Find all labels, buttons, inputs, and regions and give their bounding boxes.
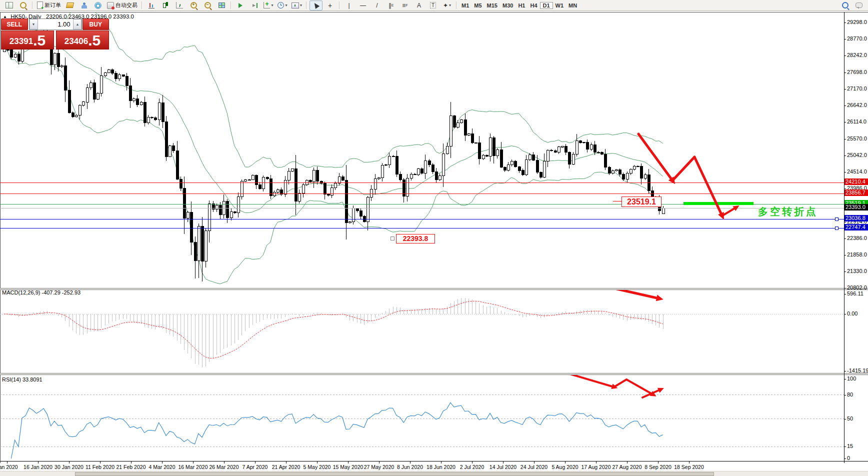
trend-arrow[interactable] — [570, 375, 614, 387]
timeframe-w1[interactable]: W1 — [553, 2, 566, 8]
buy-button[interactable]: BUY — [82, 18, 110, 30]
axis-tick — [844, 172, 846, 172]
candle-body — [194, 242, 196, 260]
date-axis-tick — [627, 462, 628, 464]
timeframe-m5[interactable]: M5 — [472, 2, 484, 8]
buy-price-display[interactable]: 23406 .5 — [56, 30, 109, 50]
axis-tick — [844, 122, 846, 122]
rsi-panel[interactable] — [0, 375, 844, 461]
chat-button[interactable] — [852, 0, 866, 10]
timeframe-m30[interactable]: M30 — [500, 2, 516, 8]
candle-body — [414, 174, 416, 174]
candle-body — [582, 142, 585, 143]
templates-icon — [292, 2, 299, 8]
candle-body — [456, 122, 459, 128]
experts-button[interactable] — [78, 0, 90, 10]
chart-shift-button[interactable] — [248, 0, 261, 10]
timeframe-mn[interactable]: MN — [566, 2, 580, 8]
candle-body — [604, 154, 606, 168]
trendline-tool[interactable]: / — [370, 0, 384, 10]
vertical-line-tool[interactable]: | — [342, 0, 356, 10]
metaeditor-button[interactable] — [64, 0, 76, 10]
bar-chart-button[interactable] — [145, 0, 158, 10]
turning-point-text[interactable]: 多空转折点 — [758, 205, 818, 218]
periods-button[interactable]: ▾ — [276, 0, 289, 10]
horizontal-scrollbar[interactable] — [0, 471, 868, 476]
line-chart-button[interactable] — [173, 0, 186, 10]
line-handle[interactable] — [835, 218, 838, 220]
candlestick-button[interactable] — [159, 0, 172, 10]
auto-trading-button[interactable]: 自动交易 — [106, 0, 139, 10]
auto-trading-label: 自动交易 — [116, 2, 138, 9]
support-zone-line[interactable] — [684, 202, 754, 205]
candle-body — [514, 162, 516, 167]
candle-body — [240, 181, 243, 197]
chart-profile-button[interactable] — [16, 0, 30, 10]
macd-panel[interactable] — [0, 290, 844, 373]
sell-price-main: 23391 — [10, 35, 33, 48]
trend-arrow[interactable] — [626, 380, 653, 394]
low-price-label[interactable]: 22393.8 — [396, 234, 435, 244]
fibonacci-tool[interactable]: ≡F — [398, 0, 412, 10]
zoom-in-button[interactable]: + — [187, 0, 200, 10]
candle-body — [410, 174, 412, 178]
horizontal-line-tool[interactable]: — — [356, 0, 370, 10]
candle-body — [172, 146, 174, 150]
timeframe-h1[interactable]: H1 — [516, 2, 528, 8]
timeframe-m1[interactable]: M1 — [459, 2, 472, 8]
candle-body — [320, 182, 322, 184]
candle-body — [554, 150, 556, 152]
candle-body — [291, 169, 294, 171]
timeframe-d1[interactable]: D1 — [540, 2, 553, 9]
indicators-button[interactable]: ▾ — [262, 0, 275, 10]
arrows-tool[interactable]: ✦▾ — [440, 0, 454, 10]
candle-body — [198, 226, 200, 261]
trend-arrow[interactable] — [582, 290, 659, 298]
sell-price-display[interactable]: 23391 .5 — [1, 30, 54, 50]
text-label-tool[interactable]: T — [426, 0, 440, 10]
date-axis-tick — [472, 462, 472, 464]
line-handle[interactable] — [835, 226, 838, 230]
auto-scroll-button[interactable] — [234, 0, 247, 10]
candle-body — [208, 204, 210, 231]
candle-body — [438, 176, 441, 180]
candle-body — [474, 143, 477, 144]
level-price-label[interactable]: 23519.1 — [622, 196, 662, 207]
search-button[interactable] — [838, 0, 852, 10]
candle-body — [136, 98, 138, 104]
candle-body — [543, 162, 546, 178]
label-handle[interactable] — [390, 236, 394, 240]
volume-up-button[interactable]: ▲ — [73, 19, 82, 30]
cursor-tool[interactable] — [310, 0, 322, 10]
candle-body — [342, 176, 344, 180]
channel-tool[interactable]: ∥E — [384, 0, 398, 10]
charts-grid-button[interactable] — [2, 0, 16, 10]
trend-arrow[interactable] — [724, 208, 736, 215]
candle-body — [302, 185, 304, 194]
price-axis-label: 29298.0 — [847, 19, 867, 25]
trend-arrow[interactable] — [672, 157, 694, 180]
crosshair-tool[interactable]: + — [324, 0, 336, 10]
templates-button[interactable]: ▾ — [290, 0, 304, 10]
volume-down-button[interactable]: ▼ — [30, 19, 38, 30]
text-tool[interactable]: A — [412, 0, 426, 10]
timeframe-m15[interactable]: M15 — [484, 2, 500, 8]
fibonacci-icon: ≡ — [402, 2, 406, 9]
trend-arrow[interactable] — [614, 380, 626, 387]
main-chart[interactable] — [0, 12, 844, 288]
candle-body — [662, 208, 664, 214]
timeframe-h4[interactable]: H4 — [528, 2, 540, 8]
axis-tick — [844, 446, 846, 447]
scrollbar-thumb[interactable] — [75, 472, 714, 476]
zoom-out-button[interactable]: − — [201, 0, 214, 10]
new-order-button[interactable]: + 新订单 — [36, 0, 62, 10]
signals-button[interactable] — [92, 0, 104, 10]
candle-body — [75, 116, 78, 117]
candle-body — [518, 167, 520, 170]
sell-button[interactable]: SELL — [1, 18, 28, 30]
trend-arrow[interactable] — [694, 157, 722, 216]
volume-value[interactable]: 1.00 — [38, 19, 74, 30]
candle-body — [78, 106, 81, 116]
date-axis-line — [0, 461, 868, 462]
tile-windows-button[interactable] — [215, 0, 228, 10]
